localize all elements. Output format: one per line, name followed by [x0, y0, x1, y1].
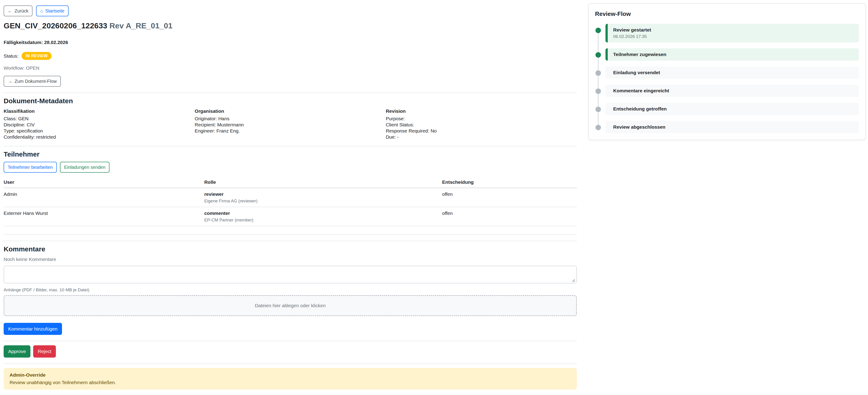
divider — [4, 146, 577, 146]
step-label: Teilnehmer zugewiesen — [613, 52, 854, 57]
step-dot-pending — [595, 107, 601, 112]
approve-button[interactable]: Approve — [4, 345, 30, 357]
metadata-line: Purpose: — [386, 116, 577, 122]
metadata-line: Due: - — [386, 134, 577, 140]
review-flow-timeline: Review gestartet 06.02.2026 17:35 Teilne… — [595, 24, 859, 133]
admin-override-title: Admin-Override — [9, 372, 571, 378]
reject-button[interactable]: Reject — [33, 345, 56, 357]
step-label: Kommentare eingereicht — [613, 88, 854, 94]
due-date: Fälligkeitsdatum: 28.02.2026 — [4, 40, 577, 45]
timeline-step: Kommentare eingereicht — [595, 85, 859, 97]
participants-table: User Rolle Entscheidung Admin reviewer E… — [4, 177, 577, 235]
comment-textarea[interactable] — [4, 266, 577, 284]
step-box: Einladung versendet — [606, 66, 859, 79]
comments-empty-text: Noch keine Kommentare — [4, 257, 577, 262]
toolbar: ← Zurück ⌂ Startseite — [4, 5, 577, 17]
review-flow-card: Review-Flow Review gestartet 06.02.2026 … — [588, 3, 866, 140]
revision-label: Rev A_RE_01_01 — [110, 21, 173, 30]
column-header-role: Rolle — [204, 177, 442, 188]
metadata-line: Class: GEN — [4, 116, 195, 122]
step-dot-pending — [595, 70, 601, 76]
section-heading-comments: Kommentare — [4, 245, 577, 253]
cell-role: commenter EP-CM Partner (member) — [204, 207, 442, 226]
cell-decision: offen — [442, 188, 577, 207]
workflow-status: Workflow: OPEN — [4, 65, 577, 71]
step-box: Review gestartet 06.02.2026 17:35 — [606, 24, 859, 42]
timeline-step: Entscheidung getroffen — [595, 103, 859, 115]
divider — [4, 93, 577, 93]
decision-buttons: Approve Reject — [4, 345, 577, 357]
document-id: GEN_CIV_20260206_122633 — [4, 21, 107, 30]
document-review-page: ← Zurück ⌂ Startseite GEN_CIV_20260206_1… — [0, 0, 868, 395]
timeline-step: Review gestartet 06.02.2026 17:35 — [595, 24, 859, 42]
metadata-grid: Klassifikation Class: GEN Discipline: CI… — [4, 108, 577, 140]
attachments-dropzone[interactable]: Dateien hier ablegen oder klicken — [4, 295, 577, 316]
admin-override-alert: Admin-Override Review unabhängig von Tei… — [4, 368, 577, 390]
step-dot-pending — [595, 89, 601, 94]
metadata-line: Discipline: CIV — [4, 122, 195, 128]
back-button[interactable]: ← Zurück — [4, 5, 32, 17]
divider — [4, 241, 577, 241]
step-label: Einladung versendet — [613, 70, 854, 75]
table-row-empty — [4, 226, 577, 235]
metadata-line: Recipient: Mustermann — [195, 122, 385, 128]
status-badge: IN REVIEW — [22, 52, 52, 60]
role-name: reviewer — [204, 192, 442, 197]
send-invitations-button[interactable]: Einladungen senden — [60, 162, 110, 173]
metadata-line: Confidentiality: restricted — [4, 134, 195, 140]
role-organisation: Eigene Firma AG (reviewer) — [204, 199, 442, 203]
role-name: commenter — [204, 210, 442, 216]
section-heading-participants: Teilnehmer — [4, 151, 577, 158]
step-label: Review gestartet — [613, 27, 854, 33]
metadata-column-title: Klassifikation — [4, 108, 195, 114]
dropzone-text: Dateien hier ablegen oder klicken — [255, 303, 326, 308]
review-flow-heading: Review-Flow — [595, 10, 859, 18]
metadata-column-klassifikation: Klassifikation Class: GEN Discipline: CI… — [4, 108, 195, 140]
cell-user: Externer Hans Wurst — [4, 207, 204, 226]
edit-participants-button[interactable]: Teilnehmer bearbeiten — [4, 162, 57, 173]
participant-actions: Teilnehmer bearbeiten Einladungen senden — [4, 162, 577, 173]
step-dot-pending — [595, 125, 601, 130]
metadata-line: Type: specification — [4, 128, 195, 134]
cell-role: reviewer Eigene Firma AG (reviewer) — [204, 188, 442, 207]
main-column: ← Zurück ⌂ Startseite GEN_CIV_20260206_1… — [4, 0, 577, 395]
doc-flow-button[interactable]: → Zum Dokument-Flow — [4, 76, 61, 87]
step-label: Entscheidung getroffen — [613, 106, 854, 111]
table-row: Admin reviewer Eigene Firma AG (reviewer… — [4, 188, 577, 207]
column-header-user: User — [4, 177, 204, 188]
page-title: GEN_CIV_20260206_122633 Rev A_RE_01_01 — [4, 21, 577, 30]
back-button-label: Zurück — [14, 8, 28, 14]
divider — [4, 363, 577, 364]
metadata-line: Response Required: No — [386, 128, 577, 134]
home-icon: ⌂ — [40, 8, 43, 14]
timeline-step: Review abgeschlossen — [595, 121, 859, 133]
metadata-line: Client Status: — [386, 122, 577, 128]
role-organisation: EP-CM Partner (member) — [204, 218, 442, 223]
cell-user: Admin — [4, 188, 204, 207]
metadata-line: Engineer: Franz Eng. — [195, 128, 385, 134]
divider — [4, 341, 577, 341]
metadata-line: Originator: Hans — [195, 116, 385, 122]
step-box: Review abgeschlossen — [606, 121, 859, 133]
doc-flow-button-label: Zum Dokument-Flow — [14, 78, 57, 84]
home-button[interactable]: ⌂ Startseite — [36, 5, 69, 17]
step-dot-done — [595, 52, 601, 58]
arrow-right-icon: → — [8, 78, 12, 84]
step-box: Kommentare eingereicht — [606, 85, 859, 97]
step-box: Entscheidung getroffen — [606, 103, 859, 115]
metadata-column-organisation: Organisation Originator: Hans Recipient:… — [195, 108, 385, 140]
column-header-decision: Entscheidung — [442, 177, 577, 188]
add-comment-button[interactable]: Kommentar hinzufügen — [4, 323, 62, 335]
timeline-step: Teilnehmer zugewiesen — [595, 48, 859, 61]
step-label: Review abgeschlossen — [613, 124, 854, 130]
status-row: Status: IN REVIEW — [4, 52, 577, 60]
admin-override-text: Review unabhängig von Teilnehmern abschl… — [9, 380, 571, 385]
step-timestamp: 06.02.2026 17:35 — [613, 34, 854, 39]
timeline-step: Einladung versendet — [595, 66, 859, 79]
step-box: Teilnehmer zugewiesen — [606, 48, 859, 61]
status-label: Status: — [4, 53, 19, 59]
cell-decision: offen — [442, 207, 577, 226]
step-dot-done — [595, 28, 601, 33]
back-arrow-icon: ← — [8, 8, 12, 14]
metadata-column-title: Organisation — [195, 108, 385, 114]
